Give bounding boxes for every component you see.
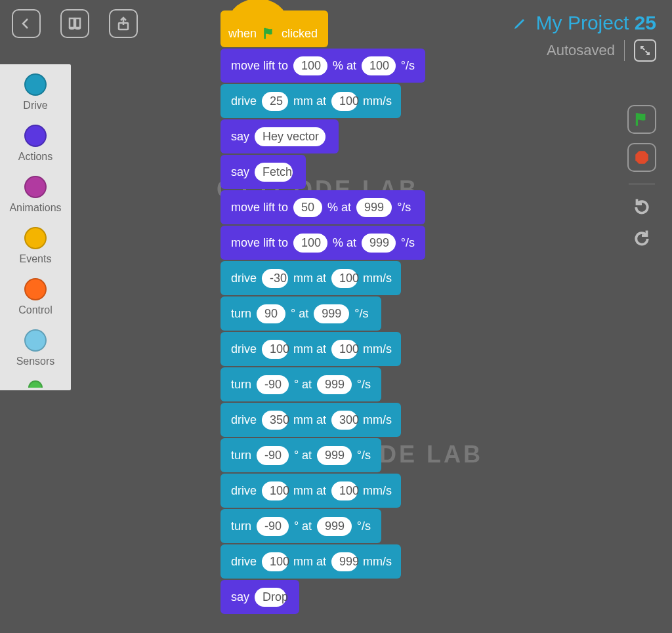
category-label: Control bbox=[18, 304, 52, 316]
block-input[interactable]: 350 bbox=[262, 411, 288, 430]
block-input[interactable]: 100 bbox=[262, 481, 288, 500]
block-unit: mm/s bbox=[363, 94, 392, 108]
run-button[interactable] bbox=[627, 105, 656, 134]
block-say[interactable]: sayDrop bbox=[220, 580, 299, 614]
block-unit: mm at bbox=[293, 94, 326, 108]
block-input[interactable]: 100 bbox=[293, 234, 327, 253]
block-unit: mm/s bbox=[363, 413, 392, 427]
block-unit: °/s bbox=[401, 59, 415, 73]
divider bbox=[624, 40, 625, 61]
block-unit: mm at bbox=[293, 555, 326, 569]
block-drive[interactable]: drive100mm at100mm/s bbox=[220, 474, 401, 508]
project-title-row[interactable]: My Project 25 bbox=[513, 12, 656, 34]
hat-post: clicked bbox=[282, 27, 318, 41]
script-stack[interactable]: when clicked move lift to100% at100°/sdr… bbox=[220, 10, 444, 615]
block-input[interactable]: 50 bbox=[293, 198, 322, 217]
block-unit: ° at bbox=[294, 449, 312, 462]
block-label: drive bbox=[231, 484, 257, 498]
green-flag-icon bbox=[633, 111, 650, 128]
hat-pre: when bbox=[228, 27, 257, 41]
block-input[interactable]: Fetch bbox=[255, 163, 293, 182]
share-button[interactable] bbox=[109, 9, 138, 38]
block-input[interactable]: 999 bbox=[331, 552, 358, 571]
block-input[interactable]: -90 bbox=[257, 375, 289, 394]
block-drive[interactable]: drive25mm at100mm/s bbox=[220, 84, 401, 118]
expand-button[interactable] bbox=[634, 39, 656, 62]
category-label: Drive bbox=[23, 100, 47, 112]
block-input[interactable]: 999 bbox=[362, 234, 396, 253]
category-dot bbox=[24, 329, 47, 352]
hat-block-when-flag-clicked[interactable]: when clicked bbox=[220, 10, 328, 47]
block-input[interactable]: 999 bbox=[317, 517, 352, 536]
block-unit: °/s bbox=[354, 307, 368, 321]
redo-button[interactable] bbox=[631, 196, 653, 218]
block-input[interactable]: 999 bbox=[314, 304, 349, 323]
block-drive[interactable]: drive100mm at999mm/s bbox=[220, 544, 401, 579]
block-move_lift[interactable]: move lift to100% at999°/s bbox=[220, 226, 425, 260]
block-drive[interactable]: drive-30mm at100mm/s bbox=[220, 261, 401, 295]
stop-button[interactable] bbox=[627, 143, 656, 172]
svg-marker-3 bbox=[635, 151, 648, 164]
category-animations[interactable]: Animations bbox=[9, 176, 61, 214]
block-move_lift[interactable]: move lift to50% at999°/s bbox=[220, 190, 425, 224]
block-turn[interactable]: turn-90° at999°/s bbox=[220, 509, 381, 543]
block-input[interactable]: 999 bbox=[317, 375, 352, 394]
back-button[interactable] bbox=[12, 9, 41, 38]
block-unit: °/s bbox=[357, 378, 371, 392]
block-input[interactable]: Hey vector bbox=[255, 127, 326, 146]
block-label: drive bbox=[231, 94, 257, 108]
top-left-toolbar bbox=[12, 9, 138, 38]
block-input[interactable]: 100 bbox=[262, 340, 288, 359]
block-unit: °/s bbox=[397, 201, 411, 214]
block-unit: ° at bbox=[294, 520, 312, 533]
block-label: turn bbox=[231, 520, 251, 533]
block-input[interactable]: 999 bbox=[317, 446, 352, 465]
undo-icon bbox=[632, 229, 652, 249]
redo-icon bbox=[632, 197, 652, 217]
block-input[interactable]: -30 bbox=[262, 269, 288, 288]
category-label: Sensors bbox=[16, 356, 55, 367]
block-move_lift[interactable]: move lift to100% at100°/s bbox=[220, 49, 425, 83]
block-input[interactable]: 25 bbox=[262, 92, 288, 111]
block-input[interactable]: 300 bbox=[331, 411, 358, 430]
block-input[interactable]: 100 bbox=[293, 56, 327, 75]
block-say[interactable]: sayFetch bbox=[220, 155, 306, 189]
block-label: drive bbox=[231, 272, 257, 285]
block-input[interactable]: 90 bbox=[257, 304, 285, 323]
block-turn[interactable]: turn90° at999°/s bbox=[220, 296, 381, 331]
category-control[interactable]: Control bbox=[18, 278, 52, 316]
block-input[interactable]: 999 bbox=[356, 198, 392, 217]
block-label: move lift to bbox=[231, 201, 288, 214]
block-input[interactable]: 100 bbox=[362, 56, 396, 75]
block-input[interactable]: 100 bbox=[331, 340, 358, 359]
run-controls bbox=[627, 105, 656, 250]
category-drive[interactable]: Drive bbox=[23, 73, 47, 112]
block-drive[interactable]: drive350mm at300mm/s bbox=[220, 403, 401, 437]
category-sensors[interactable]: Sensors bbox=[16, 329, 55, 367]
block-label: drive bbox=[231, 342, 257, 356]
undo-button[interactable] bbox=[631, 228, 653, 250]
block-input[interactable]: Drop bbox=[255, 588, 286, 607]
block-unit: ° at bbox=[291, 307, 308, 321]
block-unit: mm/s bbox=[363, 484, 392, 498]
block-label: turn bbox=[231, 449, 251, 462]
block-input[interactable]: -90 bbox=[257, 517, 289, 536]
block-label: say bbox=[231, 590, 249, 604]
block-label: drive bbox=[231, 555, 257, 569]
block-input[interactable]: 100 bbox=[331, 481, 358, 500]
block-input[interactable]: 100 bbox=[262, 552, 288, 571]
category-actions[interactable]: Actions bbox=[18, 125, 52, 163]
block-unit: mm/s bbox=[363, 342, 392, 356]
divider bbox=[629, 184, 655, 184]
block-input[interactable]: 100 bbox=[331, 269, 358, 288]
block-turn[interactable]: turn-90° at999°/s bbox=[220, 367, 381, 401]
block-input[interactable]: 100 bbox=[331, 92, 358, 111]
block-unit: % at bbox=[327, 201, 351, 214]
library-button[interactable] bbox=[60, 9, 89, 38]
block-turn[interactable]: turn-90° at999°/s bbox=[220, 438, 381, 472]
green-flag-icon bbox=[262, 26, 276, 41]
block-drive[interactable]: drive100mm at100mm/s bbox=[220, 332, 401, 366]
block-input[interactable]: -90 bbox=[257, 446, 289, 465]
category-events[interactable]: Events bbox=[20, 227, 52, 265]
block-say[interactable]: sayHey vector bbox=[220, 119, 339, 153]
